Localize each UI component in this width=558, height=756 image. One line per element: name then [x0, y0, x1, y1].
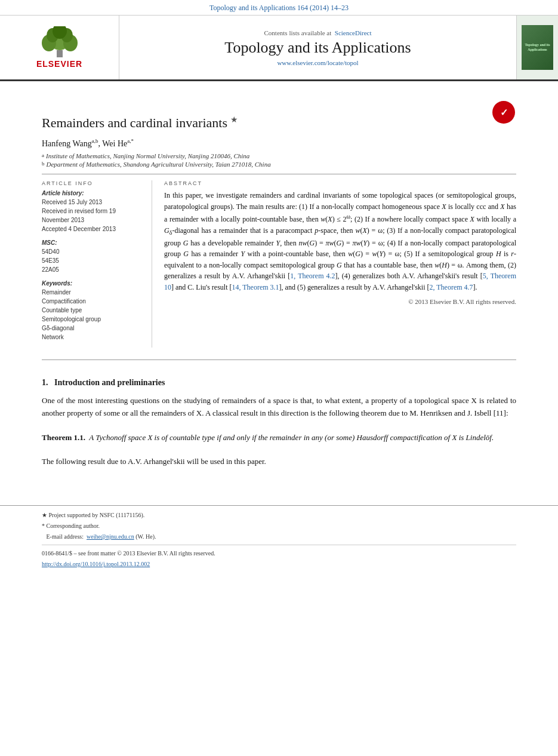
affiliation-b: b Department of Mathematics, Shandong Ag…: [42, 161, 516, 168]
ref14-link[interactable]: 14, Theorem 3.1: [232, 283, 279, 291]
thumb-title: Topology and its Applications: [523, 43, 551, 53]
svg-text:✓: ✓: [500, 107, 508, 118]
author2-name: , Wei He: [98, 139, 128, 148]
msc-2: 22A05: [42, 265, 143, 274]
email-link[interactable]: weihe@njnu.edu.cn: [87, 533, 134, 540]
elsevier-logo-box: ELSEVIER: [36, 26, 84, 69]
footnote-1: ★ Project supported by NSFC (11171156).: [42, 511, 516, 520]
theorem-1-1-text: Theorem 1.1. A Tychonoff space X is of c…: [42, 432, 516, 444]
author1-name: Hanfeng Wang: [42, 139, 92, 148]
kw-2: Countable type: [42, 306, 143, 315]
contents-line: Contents lists available at ScienceDirec…: [264, 29, 372, 36]
abstract-col: ABSTRACT In this paper, we investigate r…: [164, 180, 516, 348]
theorem-1-1: Theorem 1.1. A Tychonoff space X is of c…: [42, 428, 516, 448]
doi-link[interactable]: http://dx.doi.org/10.1016/j.topol.2013.1…: [42, 561, 150, 567]
page-footer: ★ Project supported by NSFC (11171156). …: [0, 505, 558, 576]
affiliation-list: a Institute of Mathematics, Nanjing Norm…: [42, 152, 516, 168]
article-info-header: ARTICLE INFO: [42, 180, 143, 186]
author2-sup: a,*: [127, 138, 134, 144]
journal-thumb: Topology and its Applications: [516, 16, 558, 79]
copyright-footer-text: 0166-8641/$ – see front matter © 2013 El…: [42, 550, 215, 557]
article-body-two-col: ARTICLE INFO Article history: Received 1…: [42, 180, 516, 348]
footnote-2-star: *: [42, 523, 45, 529]
intro-section-number: 1.: [42, 378, 48, 387]
email-suffix: (W. He).: [135, 533, 156, 540]
kw-0: Remainder: [42, 288, 143, 297]
history-line-2: November 2013: [42, 216, 143, 225]
footnote-email: E-mail address: weihe@njnu.edu.cn (W. He…: [42, 532, 516, 541]
article-history-label: Article history:: [42, 190, 143, 196]
email-label: E-mail address:: [47, 533, 84, 540]
intro-para2-text: The following result due to A.V. Arhange…: [42, 457, 266, 466]
elsevier-logo-area: ELSEVIER: [0, 16, 119, 79]
ref2-link[interactable]: 2, Theorem 4.7: [429, 283, 473, 291]
history-line-3: Accepted 4 December 2013: [42, 225, 143, 233]
affil-text-a: Institute of Mathematics, Nanjing Normal…: [46, 152, 249, 159]
content-divider: [42, 359, 516, 360]
elsevier-tree-icon: [36, 26, 84, 59]
kw-3: Semitopological group: [42, 315, 143, 324]
history-line-1: Received in revised form 19: [42, 207, 143, 216]
intro-section-heading: Introduction and preliminaries: [54, 378, 165, 387]
history-line-0: Received 15 July 2013: [42, 198, 143, 207]
footnote-2: * Corresponding author.: [42, 521, 516, 530]
main-content: Remainders and cardinal invariants ★ ✓ H…: [0, 81, 558, 487]
journal-title-display: Topology and its Applications: [224, 39, 411, 57]
intro-para1: One of the most interesting questions on…: [42, 395, 516, 420]
doi-line: http://dx.doi.org/10.1016/j.topol.2013.1…: [42, 560, 516, 568]
footnote-1-star: ★: [42, 512, 47, 518]
msc-block: MSC: 54D40 54E35 22A05: [42, 239, 143, 274]
authors-line: Hanfeng Wanga,b, Wei Hea,*: [42, 138, 516, 149]
article-history-block: Article history: Received 15 July 2013 R…: [42, 190, 143, 233]
intro-section: 1. Introduction and preliminaries One of…: [42, 378, 516, 468]
abstract-header: ABSTRACT: [164, 180, 516, 186]
keywords-label: Keywords:: [42, 280, 143, 287]
journal-website: www.elsevier.com/locate/topol: [277, 59, 358, 66]
theorem-1-1-label: Theorem 1.1.: [42, 433, 85, 442]
title-star: ★: [230, 115, 238, 124]
crossmark: ✓: [492, 101, 516, 125]
crossmark-icon: ✓: [492, 101, 515, 124]
affil-sup-b: b: [42, 161, 45, 167]
elsevier-header: ELSEVIER Contents lists available at Sci…: [0, 16, 558, 81]
intro-section-title: 1. Introduction and preliminaries: [42, 378, 516, 388]
journal-center: Contents lists available at ScienceDirec…: [119, 16, 516, 79]
abstract-text: In this paper, we investigate remainders…: [164, 190, 516, 293]
intro-para1-text: One of the most interesting questions on…: [42, 396, 516, 417]
journal-bar-text: Topology and its Applications 164 (2014)…: [209, 4, 349, 12]
copyright-footer: 0166-8641/$ – see front matter © 2013 El…: [42, 549, 516, 558]
header-divider: [42, 174, 516, 174]
ref1-link[interactable]: 1, Theorem 4.2: [290, 272, 335, 280]
svg-rect-0: [57, 50, 63, 57]
article-info-col: ARTICLE INFO Article history: Received 1…: [42, 180, 152, 348]
elsevier-brand-label: ELSEVIER: [36, 59, 82, 69]
sciencedirect-link[interactable]: ScienceDirect: [335, 29, 372, 36]
footnote-1-text: Project supported by NSFC (11171156).: [49, 512, 145, 518]
msc-label: MSC:: [42, 239, 143, 246]
journal-thumb-cover: Topology and its Applications: [522, 25, 553, 70]
intro-para2: The following result due to A.V. Arhange…: [42, 456, 516, 468]
keywords-block: Keywords: Remainder Compactification Cou…: [42, 280, 143, 342]
contents-prefix: Contents lists available at: [264, 29, 332, 36]
abstract-copyright: © 2013 Elsevier B.V. All rights reserved…: [164, 298, 516, 305]
kw-1: Compactification: [42, 297, 143, 306]
msc-0: 54D40: [42, 247, 143, 256]
msc-1: 54E35: [42, 256, 143, 265]
kw-5: Network: [42, 333, 143, 342]
footnote-2-text: Corresponding author.: [47, 523, 100, 529]
kw-4: Gδ-diagonal: [42, 324, 143, 333]
affiliation-a: a Institute of Mathematics, Nanjing Norm…: [42, 152, 516, 159]
affil-text-b: Department of Mathematics, Shandong Agri…: [47, 161, 271, 168]
affil-sup-a: a: [42, 152, 44, 158]
journal-bar: Topology and its Applications 164 (2014)…: [0, 0, 558, 16]
article-title: Remainders and cardinal invariants ★: [42, 115, 238, 131]
article-title-text: Remainders and cardinal invariants: [42, 115, 227, 130]
theorem-1-1-content: A Tychonoff space X is of countable type…: [89, 433, 494, 442]
author1-sup: a,b: [92, 138, 98, 144]
